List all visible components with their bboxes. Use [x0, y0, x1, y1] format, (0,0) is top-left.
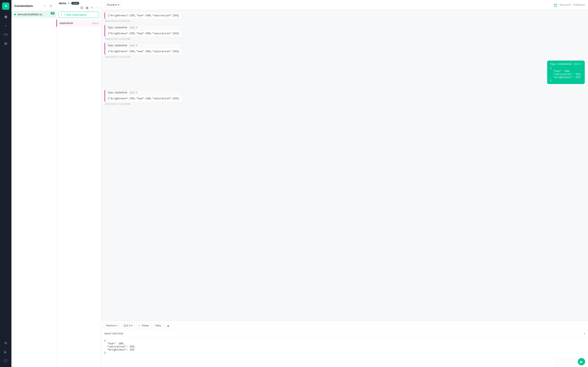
- message-topic-3: Topic: stat/led/hsb: [108, 44, 127, 47]
- demo-dropdown-arrow[interactable]: ▼: [68, 2, 70, 5]
- message-header-sent-4: Topic: cmnd/led/hsb QoS: 0: [550, 63, 582, 66]
- sidebar-item-add[interactable]: +: [2, 22, 9, 29]
- demo-topbar: ⏻ ▣ ✎ ⋯: [56, 5, 101, 9]
- message-count-badge: 3698: [71, 2, 79, 5]
- new-subscription-button[interactable]: + + New Subscription: [58, 12, 99, 18]
- sidebar-item-connections[interactable]: ⊞: [2, 13, 9, 20]
- sidebar-item-code[interactable]: </>: [2, 31, 9, 38]
- demo-label-row: demo ▼ 3698: [56, 0, 101, 5]
- message-time-1: 2024-04-26 17:10:05:234: [104, 20, 182, 22]
- compose-prev-button[interactable]: ←: [556, 359, 562, 365]
- message-time-2: 2024-04-26 17:10:10:165: [104, 38, 182, 40]
- add-connection-button[interactable]: +: [42, 3, 47, 8]
- message-1: {"brightness":255,"hue":359,"saturation"…: [104, 12, 182, 22]
- filter-tab-received[interactable]: Received: [560, 3, 571, 7]
- message-topic-5: Topic: stat/led/hsb: [108, 91, 127, 94]
- demo-label: demo: [59, 2, 66, 5]
- message-body-1: {"brightness":255,"hue":359,"saturation"…: [105, 12, 182, 19]
- meta-label: Meta: [156, 324, 161, 327]
- sidebar-item-info[interactable]: ⓘ: [2, 357, 9, 365]
- connections-header-actions: + ⊟: [42, 3, 53, 8]
- message-time-5: 2024-04-26 17:10:20:080: [104, 103, 182, 105]
- svg-rect-1: [4, 43, 7, 44]
- compose-qos-dropdown[interactable]: QoS 0 ▾: [121, 323, 135, 328]
- connection-item[interactable]: demo@o5a858a5.al... 🔑: [11, 11, 56, 18]
- message-2: Topic: stat/led/hsb QoS: 0 {"brightness"…: [104, 25, 182, 40]
- compose-format-label: Plaintext: [106, 324, 115, 327]
- connections-panel: Connections + ⊟ demo@o5a858a5.al... 🔑: [11, 0, 56, 367]
- message-bubble-3: Topic: stat/led/hsb QoS: 0 {"brightness"…: [104, 43, 182, 55]
- connections-title: Connections: [14, 4, 33, 8]
- plus-icon: +: [61, 13, 63, 16]
- messages-area[interactable]: {"brightness":255,"hue":359,"saturation"…: [101, 10, 588, 321]
- sidebar-item-list[interactable]: [2, 40, 9, 47]
- format-label: Plaintext: [107, 3, 117, 6]
- message-body-2: {"brightness":255,"hue":359,"saturation"…: [105, 30, 182, 37]
- message-qos-3: QoS: 0: [130, 44, 137, 47]
- message-bubble-2: Topic: stat/led/hsb QoS: 0 {"brightness"…: [104, 25, 182, 37]
- filter-tab-published[interactable]: Published: [573, 3, 585, 7]
- edit-icon[interactable]: ✎: [91, 6, 93, 9]
- compose-qos-chevron-icon: ▾: [131, 324, 132, 327]
- compose-footer: ← − → ▶: [101, 356, 588, 367]
- filter-tabs: All Received Published: [554, 3, 585, 7]
- new-subscription-label: + New Subscription: [64, 13, 87, 16]
- message-5: Topic: stat/led/hsb QoS: 0 {"brightness"…: [104, 90, 182, 105]
- connections-header: Connections + ⊟: [11, 0, 56, 11]
- sidebar-icons: ✕ ⊞ + </> ⚙ ⓘ: [0, 0, 11, 367]
- connection-badge: 🔑: [51, 12, 54, 15]
- message-header-3: Topic: stat/led/hsb QoS: 0: [105, 43, 182, 48]
- sidebar-item-settings[interactable]: ⚙: [2, 339, 9, 347]
- message-body-sent-4: { "hue": 180, "saturation": 255, "bright…: [550, 67, 582, 82]
- retain-label: Retain: [142, 324, 149, 327]
- message-qos-5: QoS: 0: [130, 91, 137, 94]
- layout-button[interactable]: ⊟: [48, 3, 53, 8]
- message-time-sent-4: 2024-04-26 17:10:16:254: [547, 85, 585, 87]
- format-dropdown[interactable]: Plaintext ▾: [104, 2, 121, 8]
- compose-expand-button[interactable]: ▲: [165, 323, 171, 328]
- subscriptions-panel: demo ▼ 3698 ⏻ ▣ ✎ ⋯ + + New Subscription…: [56, 0, 101, 367]
- message-bubble-1: {"brightness":255,"hue":359,"saturation"…: [104, 12, 182, 19]
- message-header-5: Topic: stat/led/hsb QoS: 0: [105, 90, 182, 95]
- subscription-item-stat-led-hsb[interactable]: stat/led/hsb QoS 0: [56, 20, 101, 27]
- message-body-5: {"brightness":255,"hue":180,"saturation"…: [105, 95, 182, 102]
- power-icon[interactable]: ⏻: [80, 6, 84, 9]
- compose-collapse-icon[interactable]: ▾: [584, 332, 585, 335]
- svg-point-3: [4, 352, 5, 353]
- svg-rect-2: [4, 44, 7, 45]
- compose-qos-label: QoS 0: [123, 324, 130, 327]
- filter-tab-all[interactable]: All: [554, 3, 557, 7]
- terminal-icon[interactable]: ▣: [86, 6, 89, 9]
- compose-clear-button[interactable]: −: [563, 359, 569, 365]
- main-area: Plaintext ▾ All Received Published {"bri…: [101, 0, 588, 367]
- connection-status-dot: [14, 14, 16, 15]
- compose-format-chevron-icon: ▾: [116, 324, 117, 327]
- subscription-topic: stat/led/hsb: [60, 22, 92, 25]
- message-body-3: {"brightness":255,"hue":359,"saturation"…: [105, 48, 182, 55]
- compose-meta-button[interactable]: Meta: [153, 323, 164, 328]
- compose-send-button[interactable]: ▶: [578, 358, 585, 365]
- message-bubble-5: Topic: stat/led/hsb QoS: 0 {"brightness"…: [104, 90, 182, 102]
- message-topic-sent-4: Topic: cmnd/led/hsb: [550, 63, 572, 66]
- more-icon[interactable]: ⋯: [95, 6, 99, 9]
- message-4: Topic: cmnd/led/hsb QoS: 0 { "hue": 180,…: [547, 60, 585, 87]
- compose-topic-input[interactable]: [104, 332, 584, 335]
- message-bubble-sent-4: Topic: cmnd/led/hsb QoS: 0 { "hue": 180,…: [547, 60, 585, 84]
- compose-next-button[interactable]: →: [571, 359, 576, 365]
- message-3: Topic: stat/led/hsb QoS: 0 {"brightness"…: [104, 43, 182, 58]
- message-qos-sent-4: QoS: 0: [574, 63, 581, 66]
- compose-area: Plaintext ▾ QoS 0 ▾ Retain Meta ▲ ▾ { "h…: [101, 321, 588, 367]
- compose-body[interactable]: { "hue": 180, "saturation": 255, "bright…: [101, 337, 588, 356]
- message-topic-2: Topic: stat/led/hsb: [108, 26, 127, 29]
- app-logo[interactable]: ✕: [2, 2, 9, 10]
- message-qos-2: QoS: 0: [130, 26, 137, 29]
- compose-format-dropdown[interactable]: Plaintext ▾: [104, 323, 120, 328]
- compose-toolbar: Plaintext ▾ QoS 0 ▾ Retain Meta ▲: [101, 321, 588, 330]
- message-header-2: Topic: stat/led/hsb QoS: 0: [105, 25, 182, 30]
- format-chevron-icon: ▾: [118, 3, 119, 6]
- sidebar-item-feed[interactable]: [2, 348, 9, 356]
- compose-retain-button[interactable]: Retain: [136, 323, 151, 328]
- compose-topic-row: ▾: [101, 330, 588, 337]
- retain-radio-icon: [139, 325, 141, 327]
- svg-rect-0: [4, 43, 7, 43]
